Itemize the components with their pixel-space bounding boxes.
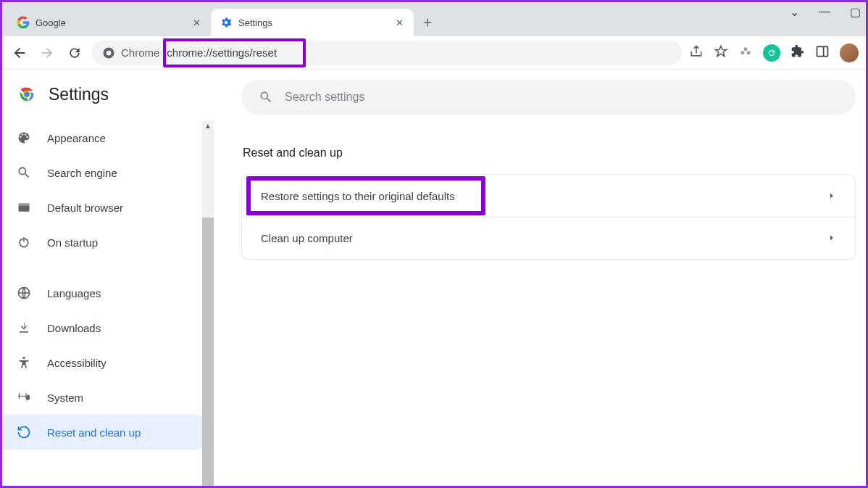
sidebar-item-label: Search engine — [47, 167, 117, 179]
search-icon — [259, 90, 273, 104]
url-text: chrome://settings/reset — [167, 46, 277, 59]
svg-point-3 — [747, 51, 751, 54]
sidebar-item-label: Default browser — [47, 202, 123, 214]
search-settings-input[interactable]: Search settings — [241, 80, 856, 115]
scrollbar-thumb[interactable] — [202, 218, 214, 488]
reset-card: Restore settings to their original defau… — [241, 174, 856, 260]
chevron-down-icon[interactable]: ⌄ — [788, 5, 801, 19]
cleanup-computer-row[interactable]: Clean up computer — [242, 217, 855, 259]
sidebar-item-reset[interactable]: Reset and clean up — [2, 415, 212, 450]
svg-point-4 — [744, 47, 748, 51]
sidebar-item-default-browser[interactable]: Default browser — [2, 190, 212, 225]
sidebar-header: Settings — [2, 70, 212, 120]
google-favicon — [17, 16, 30, 29]
forward-button[interactable] — [37, 43, 57, 63]
back-button[interactable] — [9, 43, 30, 63]
maximize-icon[interactable]: ▢ — [848, 5, 861, 19]
svg-point-2 — [740, 51, 744, 54]
restore-defaults-row[interactable]: Restore settings to their original defau… — [242, 175, 855, 217]
tab-title: Google — [36, 17, 66, 28]
reload-button[interactable] — [64, 43, 85, 63]
svg-point-1 — [107, 50, 112, 55]
extensions-puzzle-icon[interactable] — [790, 44, 805, 62]
grammarly-icon[interactable] — [763, 44, 780, 62]
sidebar-item-appearance[interactable]: Appearance — [2, 120, 212, 155]
sidepanel-icon[interactable] — [815, 44, 830, 62]
sidebar-list: Appearance Search engine Default browser… — [2, 120, 212, 450]
sidebar-item-label: Accessibility — [47, 357, 107, 369]
row-label: Clean up computer — [261, 232, 353, 244]
tab-settings[interactable]: Settings ✕ — [211, 9, 414, 36]
sidebar-item-search-engine[interactable]: Search engine — [2, 155, 212, 190]
sidebar-item-label: Languages — [47, 287, 101, 299]
scroll-up-icon[interactable]: ▲ — [204, 122, 212, 130]
site-chip-label: Chrome — [121, 46, 159, 59]
address-bar[interactable]: Chrome chrome://settings/reset — [92, 41, 682, 65]
toolbar: Chrome chrome://settings/reset — [2, 36, 866, 70]
chevron-right-icon — [827, 190, 836, 202]
row-label: Restore settings to their original defau… — [261, 190, 455, 202]
settings-main: Search settings Reset and clean up Resto… — [212, 70, 866, 486]
extension-icon[interactable] — [738, 44, 753, 62]
chevron-right-icon — [827, 232, 836, 244]
sidebar-item-label: System — [47, 392, 83, 404]
close-icon[interactable]: ✕ — [393, 17, 405, 28]
sidebar-item-label: On startup — [47, 236, 98, 249]
sidebar-item-downloads[interactable]: Downloads — [2, 310, 212, 345]
profile-avatar[interactable] — [840, 44, 859, 62]
svg-rect-11 — [19, 203, 30, 205]
share-icon[interactable] — [689, 44, 704, 62]
sidebar-item-label: Downloads — [47, 322, 101, 334]
search-placeholder: Search settings — [285, 91, 364, 104]
sidebar-item-label: Appearance — [47, 132, 106, 144]
extension-icons — [689, 44, 859, 62]
sidebar-item-system[interactable]: System — [2, 380, 212, 415]
bookmark-icon[interactable] — [714, 44, 728, 62]
close-icon[interactable]: ✕ — [191, 17, 202, 28]
svg-point-15 — [22, 357, 25, 359]
sidebar-item-languages[interactable]: Languages — [2, 276, 212, 310]
new-tab-button[interactable] — [417, 12, 438, 33]
sidebar-item-on-startup[interactable]: On startup — [2, 225, 212, 260]
sidebar-item-accessibility[interactable]: Accessibility — [2, 345, 212, 380]
minimize-icon[interactable]: — — [818, 5, 831, 19]
chrome-logo-icon — [17, 84, 37, 104]
settings-page: Settings Appearance Search engine Defaul… — [2, 70, 866, 486]
section-title: Reset and clean up — [243, 146, 856, 160]
site-chip: Chrome — [102, 46, 159, 59]
settings-sidebar: Settings Appearance Search engine Defaul… — [2, 70, 212, 486]
svg-rect-5 — [817, 46, 828, 56]
tab-google[interactable]: Google ✕ — [8, 9, 211, 36]
sidebar-item-label: Reset and clean up — [47, 426, 141, 439]
page-title: Settings — [49, 85, 109, 104]
settings-favicon — [220, 16, 233, 29]
window-controls: ⌄ — ▢ — [788, 5, 861, 19]
tab-title: Settings — [238, 17, 272, 28]
tab-strip: Google ✕ Settings ✕ ⌄ — ▢ — [2, 2, 866, 36]
